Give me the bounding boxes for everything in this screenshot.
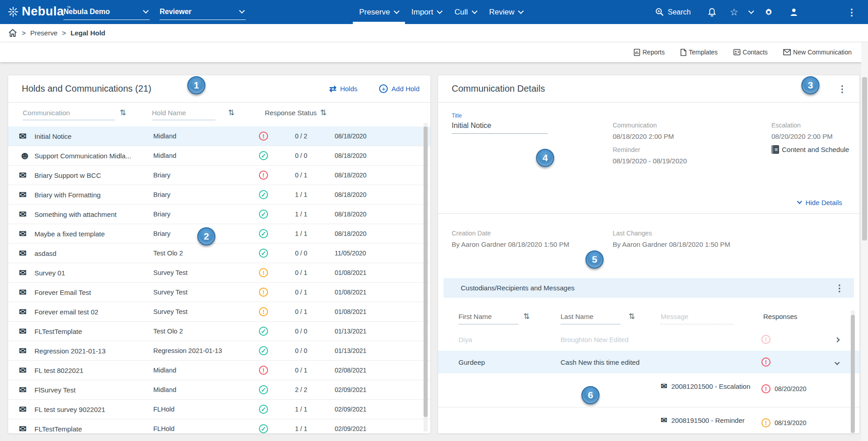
communication-row[interactable]: asdasd Test Olo 2 0 / 0 11/05/2020 xyxy=(8,244,430,263)
templates-button[interactable]: Templates xyxy=(680,49,718,56)
home-icon[interactable] xyxy=(8,29,17,37)
hide-details-link[interactable]: Hide Details xyxy=(798,199,842,206)
hold-name: Briary xyxy=(153,172,249,179)
contacts-button[interactable]: Contacts xyxy=(733,49,768,56)
favorites-expand-button[interactable] xyxy=(749,10,753,14)
communication-name: Briary Support w BCC xyxy=(34,172,153,179)
sort-icon[interactable]: ⇅ xyxy=(523,312,530,321)
notifications-button[interactable] xyxy=(708,8,716,17)
custodian-status-cell xyxy=(761,358,770,367)
sort-icon[interactable]: ⇅ xyxy=(629,312,635,321)
holds-panel-title: Holds and Communications (21) xyxy=(22,83,151,94)
favorites-button[interactable]: ☆ xyxy=(730,7,738,17)
custodians-scrollbar-thumb[interactable] xyxy=(851,315,855,433)
kebab-icon: ⋮ xyxy=(847,8,856,17)
search-button[interactable]: Search xyxy=(655,8,691,16)
communication-name: FL test 8022021 xyxy=(34,367,153,374)
message-name[interactable]: 20081201500 - Escalation xyxy=(661,380,758,393)
communication-date: 01/08/2021 xyxy=(324,269,392,276)
communication-row[interactable]: Maybe a fixed template Briary 1 / 1 08/1… xyxy=(8,224,430,244)
message-name[interactable]: 2008191500 - Reminder xyxy=(661,414,758,427)
expand-row-button[interactable] xyxy=(835,359,839,366)
top-navigation-bar: Nebula ™ Nebula Demo Reviewer Preserve I… xyxy=(0,0,868,24)
custodian-row[interactable]: Gurdeep Cash New this time edited xyxy=(438,351,859,373)
breadcrumb-section[interactable]: Preserve xyxy=(30,29,58,37)
message-date: 08/19/2020 xyxy=(775,419,806,426)
communication-row[interactable]: Support Communication Midla... Midland 0… xyxy=(8,146,430,166)
annotation-number: 5 xyxy=(592,254,597,265)
communication-row[interactable]: Forever Email Test Survey Test 0 / 1 01/… xyxy=(8,283,430,302)
annotation-number: 3 xyxy=(808,80,813,91)
responses-column-header: Responses xyxy=(763,313,797,320)
menu-item[interactable]: Cull xyxy=(448,0,483,24)
reminder-value: 08/19/2020 - 08/19/2020 xyxy=(613,157,687,165)
message-row[interactable]: 20081201500 - Escalation 08/20/2020 xyxy=(438,373,859,407)
custodian-row[interactable]: Diya Broughton New Edited xyxy=(438,328,859,351)
new-communication-button[interactable]: New Communication xyxy=(783,49,852,56)
holds-table-scrollbar-thumb[interactable] xyxy=(424,127,428,417)
nebula-logo[interactable]: Nebula ™ xyxy=(7,5,71,19)
communication-name: Something with attachment xyxy=(34,211,153,218)
communication-row[interactable]: FlSurvey Test Midland 2 / 2 02/09/2021 xyxy=(8,380,430,400)
settings-button[interactable] xyxy=(764,8,773,17)
communication-type-icon xyxy=(19,326,34,337)
communication-row[interactable]: Briary with Formatting Briary 1 / 1 08/1… xyxy=(8,185,430,205)
communication-date: 01/13/2021 xyxy=(324,347,392,354)
communication-row[interactable]: Something with attachment Briary 1 / 1 0… xyxy=(8,205,430,224)
communication-name: Forever Email Test xyxy=(34,289,153,296)
custodians-menu-button[interactable]: ⋮ xyxy=(835,284,844,293)
communication-row[interactable]: FLTestTemplate Test Olo 2 0 / 0 01/13/20… xyxy=(8,322,430,341)
role-dropdown-value: Reviewer xyxy=(160,8,191,16)
hold-name-column-filter[interactable]: Hold Name xyxy=(152,109,215,120)
expand-row-button[interactable] xyxy=(835,336,839,343)
first-name-column-filter[interactable]: First Name xyxy=(458,313,518,324)
hold-name: Midland xyxy=(153,152,249,159)
sort-icon[interactable]: ⇅ xyxy=(228,108,234,118)
response-status-column-header: Response Status xyxy=(265,109,317,117)
message-column-filter[interactable]: Message xyxy=(661,313,733,324)
last-name-column-filter[interactable]: Last Name xyxy=(561,313,620,324)
hold-name: Midland xyxy=(153,367,249,374)
content-and-schedule-button[interactable]: ≡ Content and Schedule xyxy=(771,145,849,154)
hold-name: Survey Test xyxy=(153,269,249,276)
status-icon xyxy=(259,385,268,394)
holds-link[interactable]: ⇄ Holds xyxy=(329,83,357,94)
sort-icon[interactable]: ⇅ xyxy=(320,108,327,118)
response-status-cell xyxy=(249,288,278,297)
communication-row[interactable]: Regression 2021-01-13 Regression 2021-01… xyxy=(8,341,430,361)
communication-row[interactable]: FL test survey 9022021 FLHold 1 / 1 02/0… xyxy=(8,400,430,419)
communication-type-icon xyxy=(19,149,34,162)
menu-item[interactable]: Preserve xyxy=(353,0,405,24)
hold-name: Test Olo 2 xyxy=(153,250,249,257)
response-count: 0 / 0 xyxy=(278,152,324,159)
account-button[interactable] xyxy=(790,8,798,16)
status-icon xyxy=(259,366,268,375)
message-row[interactable]: 2008191500 - Reminder 08/19/2020 xyxy=(438,407,859,434)
role-dropdown[interactable]: Reviewer xyxy=(160,4,246,20)
communication-row[interactable]: Briary Support w BCC Briary 0 / 1 08/18/… xyxy=(8,166,430,185)
response-status-cell xyxy=(249,405,278,414)
communication-row[interactable]: Initial Notice Midland 0 / 2 08/18/2020 xyxy=(8,127,430,146)
status-icon xyxy=(259,210,268,219)
bell-icon xyxy=(708,8,716,17)
window-scrollbar-thumb[interactable] xyxy=(862,77,867,240)
communication-column-filter[interactable]: Communication xyxy=(23,109,115,120)
title-field-input[interactable]: Initial Notice xyxy=(452,122,548,134)
communication-row[interactable]: Survey 01 Survey Test 0 / 1 01/08/2021 xyxy=(8,263,430,283)
workspace-dropdown[interactable]: Nebula Demo xyxy=(63,4,150,20)
reports-button[interactable]: Reports xyxy=(634,49,665,56)
response-count: 2 / 2 xyxy=(278,386,324,393)
breadcrumb-current-page: Legal Hold xyxy=(71,29,106,37)
communication-row[interactable]: FL test 8022021 Midland 0 / 1 02/08/2021 xyxy=(8,361,430,380)
custodian-first-name: Gurdeep xyxy=(458,358,485,366)
add-hold-button[interactable]: + Add Hold xyxy=(379,84,419,93)
response-status-cell xyxy=(249,171,278,180)
sort-icon[interactable]: ⇅ xyxy=(120,108,126,118)
menu-item[interactable]: Review xyxy=(483,0,530,24)
message-response-cell: 08/19/2020 xyxy=(761,418,806,427)
communication-row[interactable]: FLTestTemplate FLHold 1 / 1 02/09/2021 xyxy=(8,419,430,434)
more-options-button[interactable]: ⋮ xyxy=(847,8,856,17)
menu-item[interactable]: Import xyxy=(405,0,448,24)
details-menu-button[interactable]: ⋮ xyxy=(838,84,853,93)
communication-row[interactable]: Forever email test 02 Survey Test 0 / 1 … xyxy=(8,302,430,322)
